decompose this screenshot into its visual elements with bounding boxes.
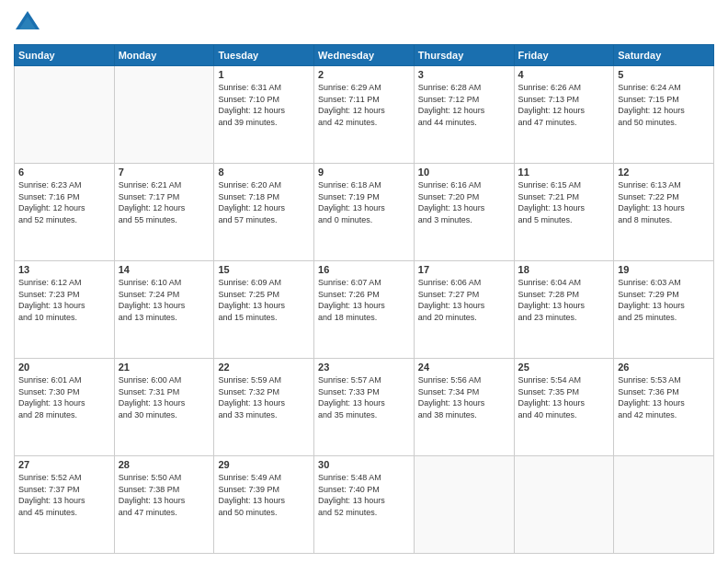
calendar-cell: 11Sunrise: 6:15 AM Sunset: 7:21 PM Dayli… [514, 164, 614, 261]
calendar-cell: 29Sunrise: 5:49 AM Sunset: 7:39 PM Dayli… [214, 456, 314, 554]
calendar-cell [514, 456, 614, 554]
calendar-cell: 5Sunrise: 6:24 AM Sunset: 7:15 PM Daylig… [614, 66, 714, 164]
day-info: Sunrise: 6:03 AM Sunset: 7:29 PM Dayligh… [618, 277, 710, 323]
day-number: 11 [518, 167, 610, 178]
day-info: Sunrise: 6:31 AM Sunset: 7:10 PM Dayligh… [218, 82, 310, 128]
header [14, 9, 714, 37]
day-info: Sunrise: 6:04 AM Sunset: 7:28 PM Dayligh… [518, 277, 610, 323]
weekday-header-saturday: Saturday [614, 45, 714, 66]
day-number: 4 [518, 69, 610, 80]
day-info: Sunrise: 5:59 AM Sunset: 7:32 PM Dayligh… [218, 374, 310, 420]
day-number: 1 [218, 69, 310, 80]
day-number: 21 [119, 362, 210, 373]
day-number: 9 [318, 167, 410, 178]
day-info: Sunrise: 5:50 AM Sunset: 7:38 PM Dayligh… [119, 472, 210, 518]
calendar-week-row: 27Sunrise: 5:52 AM Sunset: 7:37 PM Dayli… [15, 456, 714, 554]
day-number: 3 [418, 69, 510, 80]
calendar-cell: 15Sunrise: 6:09 AM Sunset: 7:25 PM Dayli… [214, 261, 314, 359]
calendar-cell: 30Sunrise: 5:48 AM Sunset: 7:40 PM Dayli… [314, 456, 415, 554]
day-info: Sunrise: 6:20 AM Sunset: 7:18 PM Dayligh… [218, 179, 310, 225]
day-number: 22 [218, 362, 310, 373]
day-info: Sunrise: 6:21 AM Sunset: 7:17 PM Dayligh… [119, 179, 210, 225]
page: SundayMondayTuesdayWednesdayThursdayFrid… [0, 0, 728, 563]
day-number: 28 [119, 459, 210, 470]
logo-icon [14, 9, 41, 37]
calendar-cell: 17Sunrise: 6:06 AM Sunset: 7:27 PM Dayli… [414, 261, 514, 359]
calendar-cell: 20Sunrise: 6:01 AM Sunset: 7:30 PM Dayli… [15, 359, 115, 456]
calendar-cell: 25Sunrise: 5:54 AM Sunset: 7:35 PM Dayli… [514, 359, 614, 456]
day-info: Sunrise: 6:09 AM Sunset: 7:25 PM Dayligh… [218, 277, 310, 323]
day-info: Sunrise: 5:56 AM Sunset: 7:34 PM Dayligh… [418, 374, 510, 420]
day-info: Sunrise: 5:48 AM Sunset: 7:40 PM Dayligh… [318, 472, 410, 518]
day-number: 10 [418, 167, 510, 178]
day-info: Sunrise: 6:24 AM Sunset: 7:15 PM Dayligh… [618, 82, 710, 128]
calendar-cell: 22Sunrise: 5:59 AM Sunset: 7:32 PM Dayli… [214, 359, 314, 456]
calendar-week-row: 6Sunrise: 6:23 AM Sunset: 7:16 PM Daylig… [15, 164, 714, 261]
day-number: 13 [18, 264, 110, 275]
day-number: 17 [418, 264, 510, 275]
day-info: Sunrise: 6:15 AM Sunset: 7:21 PM Dayligh… [518, 179, 610, 225]
day-number: 23 [318, 362, 410, 373]
day-number: 7 [119, 167, 210, 178]
calendar-cell: 2Sunrise: 6:29 AM Sunset: 7:11 PM Daylig… [314, 66, 415, 164]
day-number: 19 [618, 264, 710, 275]
day-info: Sunrise: 6:07 AM Sunset: 7:26 PM Dayligh… [318, 277, 410, 323]
weekday-header-wednesday: Wednesday [314, 45, 415, 66]
day-info: Sunrise: 6:28 AM Sunset: 7:12 PM Dayligh… [418, 82, 510, 128]
day-info: Sunrise: 6:18 AM Sunset: 7:19 PM Dayligh… [318, 179, 410, 225]
calendar-cell: 27Sunrise: 5:52 AM Sunset: 7:37 PM Dayli… [15, 456, 115, 554]
calendar-cell: 6Sunrise: 6:23 AM Sunset: 7:16 PM Daylig… [15, 164, 115, 261]
calendar-week-row: 20Sunrise: 6:01 AM Sunset: 7:30 PM Dayli… [15, 359, 714, 456]
calendar-cell: 9Sunrise: 6:18 AM Sunset: 7:19 PM Daylig… [314, 164, 415, 261]
weekday-header-thursday: Thursday [414, 45, 514, 66]
day-info: Sunrise: 6:16 AM Sunset: 7:20 PM Dayligh… [418, 179, 510, 225]
day-info: Sunrise: 5:54 AM Sunset: 7:35 PM Dayligh… [518, 374, 610, 420]
day-info: Sunrise: 5:52 AM Sunset: 7:37 PM Dayligh… [18, 472, 110, 518]
calendar-cell: 19Sunrise: 6:03 AM Sunset: 7:29 PM Dayli… [614, 261, 714, 359]
day-info: Sunrise: 6:13 AM Sunset: 7:22 PM Dayligh… [618, 179, 710, 225]
calendar-cell: 16Sunrise: 6:07 AM Sunset: 7:26 PM Dayli… [314, 261, 415, 359]
day-number: 6 [18, 167, 110, 178]
weekday-header-monday: Monday [114, 45, 214, 66]
day-number: 12 [618, 167, 710, 178]
calendar-week-row: 13Sunrise: 6:12 AM Sunset: 7:23 PM Dayli… [15, 261, 714, 359]
calendar-cell: 7Sunrise: 6:21 AM Sunset: 7:17 PM Daylig… [114, 164, 214, 261]
day-info: Sunrise: 6:26 AM Sunset: 7:13 PM Dayligh… [518, 82, 610, 128]
calendar-cell: 23Sunrise: 5:57 AM Sunset: 7:33 PM Dayli… [314, 359, 415, 456]
calendar-cell [15, 66, 115, 164]
day-number: 18 [518, 264, 610, 275]
calendar-cell [114, 66, 214, 164]
day-number: 24 [418, 362, 510, 373]
day-info: Sunrise: 6:12 AM Sunset: 7:23 PM Dayligh… [18, 277, 110, 323]
logo [14, 9, 45, 37]
weekday-header-tuesday: Tuesday [214, 45, 314, 66]
day-number: 15 [218, 264, 310, 275]
day-info: Sunrise: 6:00 AM Sunset: 7:31 PM Dayligh… [119, 374, 210, 420]
calendar-week-row: 1Sunrise: 6:31 AM Sunset: 7:10 PM Daylig… [15, 66, 714, 164]
day-number: 29 [218, 459, 310, 470]
day-info: Sunrise: 6:10 AM Sunset: 7:24 PM Dayligh… [119, 277, 210, 323]
day-number: 30 [318, 459, 410, 470]
calendar-cell: 12Sunrise: 6:13 AM Sunset: 7:22 PM Dayli… [614, 164, 714, 261]
calendar-cell [414, 456, 514, 554]
calendar-cell: 13Sunrise: 6:12 AM Sunset: 7:23 PM Dayli… [15, 261, 115, 359]
calendar-cell: 26Sunrise: 5:53 AM Sunset: 7:36 PM Dayli… [614, 359, 714, 456]
day-number: 20 [18, 362, 110, 373]
calendar-cell: 24Sunrise: 5:56 AM Sunset: 7:34 PM Dayli… [414, 359, 514, 456]
calendar-cell: 8Sunrise: 6:20 AM Sunset: 7:18 PM Daylig… [214, 164, 314, 261]
calendar-cell: 28Sunrise: 5:50 AM Sunset: 7:38 PM Dayli… [114, 456, 214, 554]
calendar-cell: 10Sunrise: 6:16 AM Sunset: 7:20 PM Dayli… [414, 164, 514, 261]
day-number: 26 [618, 362, 710, 373]
day-info: Sunrise: 5:57 AM Sunset: 7:33 PM Dayligh… [318, 374, 410, 420]
day-number: 2 [318, 69, 410, 80]
day-number: 5 [618, 69, 710, 80]
calendar-cell: 4Sunrise: 6:26 AM Sunset: 7:13 PM Daylig… [514, 66, 614, 164]
day-number: 8 [218, 167, 310, 178]
calendar-cell: 1Sunrise: 6:31 AM Sunset: 7:10 PM Daylig… [214, 66, 314, 164]
day-number: 14 [119, 264, 210, 275]
day-number: 16 [318, 264, 410, 275]
calendar-table: SundayMondayTuesdayWednesdayThursdayFrid… [14, 44, 714, 554]
calendar-cell: 14Sunrise: 6:10 AM Sunset: 7:24 PM Dayli… [114, 261, 214, 359]
day-number: 27 [18, 459, 110, 470]
day-info: Sunrise: 6:23 AM Sunset: 7:16 PM Dayligh… [18, 179, 110, 225]
